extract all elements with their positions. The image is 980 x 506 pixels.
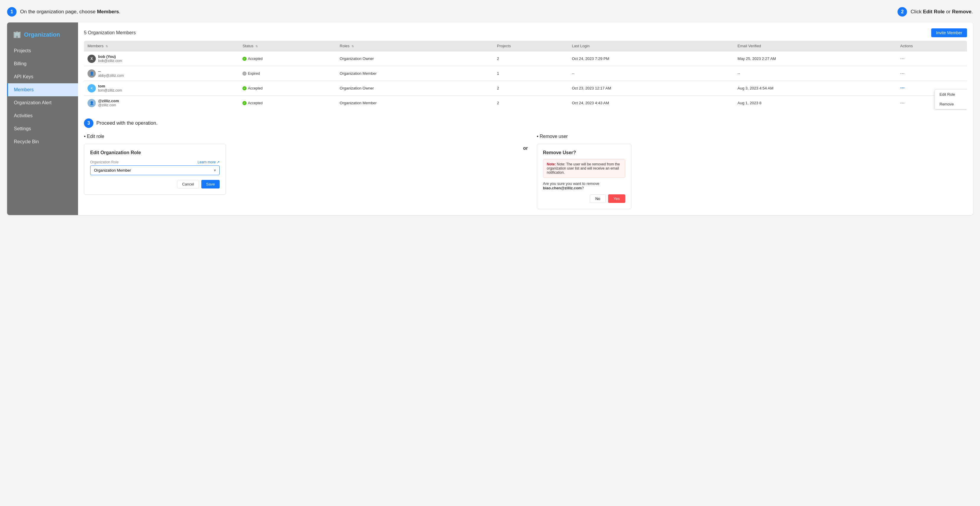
content-area: 5 Organization Members Invite Member Mem… <box>78 22 973 215</box>
step3-area: 3 Proceed with the operation. • Edit rol… <box>84 119 967 209</box>
save-button[interactable]: Save <box>201 180 220 189</box>
projects-cell-abby: 1 <box>493 66 568 81</box>
step3-circle: 3 <box>84 119 94 128</box>
remove-user-section: • Remove user Remove User? Note: Note: T… <box>537 134 967 209</box>
col-members: Members ⇅ <box>84 41 239 51</box>
status-label-tom: Accepted <box>248 86 262 90</box>
role-cell-bob: Organization Owner <box>336 51 493 66</box>
operations-row: • Edit role Edit Organization Role Organ… <box>84 134 967 209</box>
warning-box: Note: Note: The user will be removed fro… <box>543 159 625 178</box>
cancel-button[interactable]: Cancel <box>177 180 199 189</box>
actions-menu-bob[interactable]: ··· <box>900 56 905 62</box>
member-name-abby: -- <box>98 69 124 73</box>
main-layout: 🏢 Organization Projects Billing API Keys… <box>7 22 973 215</box>
sidebar-item-members[interactable]: Members <box>7 83 78 96</box>
remove-user-modal: Remove User? Note: Note: The user will b… <box>537 144 632 209</box>
form-label-org-role: Organization Role Learn more ↗ <box>90 160 220 164</box>
last-login-cell-zilliz: Oct 24, 2023 4:43 AM <box>568 96 734 111</box>
sidebar-org-alert-label: Organization Alert <box>14 100 51 105</box>
step1-text: On the organization page, choose Members… <box>20 9 120 15</box>
member-cell-bob: X bob (You) bob@zilliz.com <box>84 51 239 66</box>
avatar-zilliz: 👤 <box>88 99 96 107</box>
email-verified-cell-zilliz: Aug 1, 2023 8 <box>734 96 897 111</box>
invite-member-button[interactable]: Invite Member <box>931 29 967 37</box>
sidebar-members-label: Members <box>14 87 34 92</box>
sort-roles-icon[interactable]: ⇅ <box>352 44 354 48</box>
actions-menu-abby[interactable]: ··· <box>900 70 905 76</box>
no-button[interactable]: No <box>590 194 606 203</box>
projects-cell-bob: 2 <box>493 51 568 66</box>
edit-role-heading: • Edit role <box>84 134 514 139</box>
step2-text: Click Edit Role or Remove. <box>910 9 973 15</box>
table-row: 👤 @zilliz.com @zilliz.com ✓ Accepted <box>84 96 967 111</box>
actions-dropdown: Edit Role Remove <box>934 89 967 109</box>
sidebar-item-org-alert[interactable]: Organization Alert <box>7 96 78 109</box>
step1-container: 1 On the organization page, choose Membe… <box>7 7 120 17</box>
status-dot-tom: ✓ <box>242 86 247 90</box>
member-name-zilliz: @zilliz.com <box>98 99 119 103</box>
status-label-abby: Expired <box>248 71 260 76</box>
last-login-cell-abby: -- <box>568 66 734 81</box>
edit-role-modal-title: Edit Organization Role <box>90 150 220 155</box>
status-cell-zilliz: ✓ Accepted <box>239 96 336 111</box>
table-row: 👤 -- abby@zilliz.com ○ Expired <box>84 66 967 81</box>
sidebar-item-api-keys[interactable]: API Keys <box>7 70 78 83</box>
sidebar-recycle-bin-label: Recycle Bin <box>14 139 39 144</box>
member-cell-zilliz: 👤 @zilliz.com @zilliz.com <box>84 96 239 111</box>
table-header: 5 Organization Members Invite Member <box>84 29 967 37</box>
sort-status-icon[interactable]: ⇅ <box>255 44 258 48</box>
last-login-cell-bob: Oct 24, 2023 7:29 PM <box>568 51 734 66</box>
status-cell-bob: ✓ Accepted <box>239 51 336 66</box>
email-verified-cell-tom: Aug 3, 2023 4:54 AM <box>734 81 897 96</box>
sidebar-item-billing[interactable]: Billing <box>7 57 78 70</box>
edit-role-section: • Edit role Edit Organization Role Organ… <box>84 134 514 195</box>
actions-cell-abby: ··· <box>897 66 967 81</box>
avatar-bob: X <box>88 55 96 63</box>
member-name-tom: tom <box>98 84 122 88</box>
sort-members-icon[interactable]: ⇅ <box>105 44 108 48</box>
sidebar-billing-label: Billing <box>14 61 27 66</box>
remove-user-heading: • Remove user <box>537 134 967 139</box>
role-cell-tom: Organization Owner <box>336 81 493 96</box>
step-row-top: 1 On the organization page, choose Membe… <box>7 7 973 17</box>
role-select[interactable]: Organization Member Organization Owner <box>90 165 220 175</box>
remove-actions: No Yes <box>543 194 625 203</box>
actions-menu-tom[interactable]: ··· <box>900 85 905 91</box>
edit-role-modal-actions: Cancel Save <box>90 180 220 189</box>
sidebar-item-settings[interactable]: Settings <box>7 122 78 135</box>
dropdown-remove[interactable]: Remove <box>935 99 967 109</box>
sidebar-brand-label: Organization <box>24 31 60 38</box>
member-email-abby: abby@zilliz.com <box>98 73 124 78</box>
projects-cell-tom: 2 <box>493 81 568 96</box>
projects-cell-zilliz: 2 <box>493 96 568 111</box>
col-email-verified: Email Verified <box>734 41 897 51</box>
member-email-tom: tom@zilliz.com <box>98 88 122 92</box>
member-email-bob: bob@zilliz.com <box>98 59 122 63</box>
sidebar-api-keys-label: API Keys <box>14 74 33 79</box>
sidebar: 🏢 Organization Projects Billing API Keys… <box>7 22 78 215</box>
sidebar-item-recycle-bin[interactable]: Recycle Bin <box>7 135 78 148</box>
role-cell-abby: Organization Member <box>336 66 493 81</box>
status-dot-accepted: ✓ <box>242 57 247 61</box>
step1-circle: 1 <box>7 7 17 17</box>
learn-more-link[interactable]: Learn more ↗ <box>197 160 220 164</box>
table-row-tom: < tom tom@zilliz.com ✓ Accepted <box>84 81 967 96</box>
sidebar-projects-label: Projects <box>14 48 31 53</box>
dropdown-edit-role[interactable]: Edit Role <box>935 89 967 99</box>
sidebar-item-activities[interactable]: Activities <box>7 109 78 122</box>
sidebar-item-projects[interactable]: Projects <box>7 44 78 57</box>
avatar-abby: 👤 <box>88 70 96 78</box>
role-cell-zilliz: Organization Member <box>336 96 493 111</box>
col-roles: Roles ⇅ <box>336 41 493 51</box>
table-header-row: Members ⇅ Status ⇅ Roles ⇅ Projects Last… <box>84 41 967 51</box>
table-title: 5 Organization Members <box>84 30 136 35</box>
members-table: Members ⇅ Status ⇅ Roles ⇅ Projects Last… <box>84 41 967 110</box>
status-label-zilliz: Accepted <box>248 101 262 105</box>
yes-button[interactable]: Yes <box>608 194 625 203</box>
avatar-tom: < <box>88 84 96 92</box>
member-cell-tom: < tom tom@zilliz.com <box>84 81 239 96</box>
actions-cell-bob: ··· <box>897 51 967 66</box>
step3-header: 3 Proceed with the operation. <box>84 119 967 128</box>
actions-menu-zilliz[interactable]: ··· <box>900 100 905 106</box>
step2-header-container: 2 Click Edit Role or Remove. <box>897 7 973 17</box>
